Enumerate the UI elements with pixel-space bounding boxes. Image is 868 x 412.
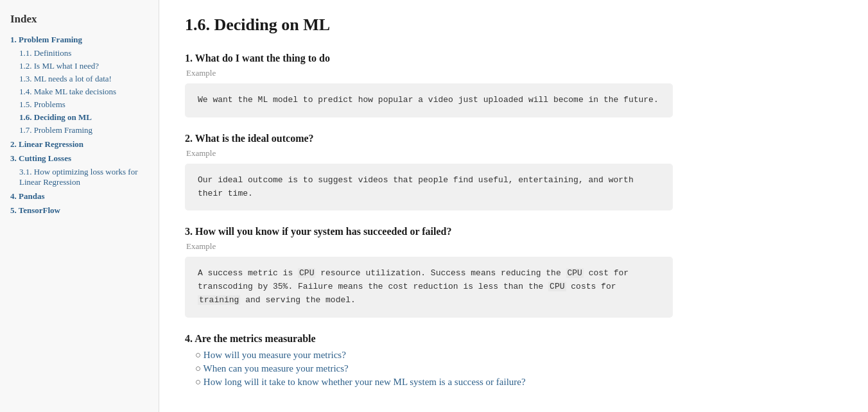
question-1: 1. What do I want the thing to do Exampl… <box>185 53 840 117</box>
sidebar-link-ml-decisions[interactable]: 1.4. Make ML take decisions <box>19 87 116 96</box>
q3-text: 3. How will you know if your system has … <box>185 226 840 237</box>
q4-sub-link-2[interactable]: When can you measure your metrics? <box>204 363 349 373</box>
question-3: 3. How will you know if your system has … <box>185 226 840 317</box>
q1-example-label: Example <box>186 68 840 78</box>
q3-code-block: A success metric is CPU resource utiliza… <box>185 257 673 317</box>
q1-text: 1. What do I want the thing to do <box>185 53 840 64</box>
page-title: 1.6. Deciding on ML <box>185 15 840 35</box>
q4-number: 4. <box>185 333 195 344</box>
q4-sub-list: How will you measure your metrics? When … <box>195 350 840 388</box>
sidebar-link-is-ml[interactable]: 1.2. Is ML what I need? <box>19 61 99 71</box>
q1-code-block: We want the ML model to predict how popu… <box>185 83 673 117</box>
sidebar-item-is-ml[interactable]: 1.2. Is ML what I need? <box>19 61 148 71</box>
q4-sub-link-3[interactable]: How long will it take to know whether yo… <box>204 377 526 387</box>
q3-number: 3. <box>185 226 195 237</box>
sidebar-item-tensorflow[interactable]: 5. TensorFlow <box>10 205 148 216</box>
q4-sub-item-1[interactable]: How will you measure your metrics? <box>195 350 840 361</box>
q2-code-block: Our ideal outcome is to suggest videos t… <box>185 164 673 211</box>
sidebar-item-problems[interactable]: 1.5. Problems <box>19 99 148 110</box>
sidebar-item-ml-decisions[interactable]: 1.4. Make ML take decisions <box>19 87 148 97</box>
q1-label: What do I want the thing to do <box>195 53 330 64</box>
q4-sub-item-3[interactable]: How long will it take to know whether yo… <box>195 377 840 388</box>
q4-label: Are the metrics measurable <box>195 333 316 344</box>
sidebar-item-ml-data[interactable]: 1.3. ML needs a lot of data! <box>19 74 148 84</box>
q4-text: 4. Are the metrics measurable <box>185 333 840 345</box>
sidebar-item-optimizing-loss[interactable]: 3.1. How optimizing loss works for Linea… <box>19 167 148 187</box>
sidebar-link-linear-regression[interactable]: 2. Linear Regression <box>10 139 83 149</box>
sidebar-item-pandas[interactable]: 4. Pandas <box>10 191 148 202</box>
sidebar-link-problems[interactable]: 1.5. Problems <box>19 99 65 109</box>
question-4: 4. Are the metrics measurable How will y… <box>185 333 840 388</box>
sidebar-item-deciding-on-ml[interactable]: 1.6. Deciding on ML <box>19 112 148 123</box>
q2-number: 2. <box>185 133 195 144</box>
sidebar-item-cutting-losses[interactable]: 3. Cutting Losses <box>10 153 148 164</box>
q2-text: 2. What is the ideal outcome? <box>185 133 840 144</box>
sidebar-item-problem-framing[interactable]: 1. Problem Framing <box>10 35 148 45</box>
q3-label: How will you know if your system has suc… <box>195 226 451 237</box>
sidebar-link-definitions[interactable]: 1.1. Definitions <box>19 48 71 58</box>
sidebar-item-linear-regression[interactable]: 2. Linear Regression <box>10 139 148 150</box>
sidebar-item-problem-framing-sub[interactable]: 1.7. Problem Framing <box>19 125 148 135</box>
q2-example-label: Example <box>186 148 840 159</box>
q1-number: 1. <box>185 53 195 64</box>
main-content: 1.6. Deciding on ML 1. What do I want th… <box>159 0 865 412</box>
sidebar-link-problem-framing[interactable]: 1. Problem Framing <box>10 35 82 44</box>
sidebar: Index 1. Problem Framing 1.1. Definition… <box>0 0 159 412</box>
q4-sub-link-1[interactable]: How will you measure your metrics? <box>204 350 346 360</box>
sidebar-link-tensorflow[interactable]: 5. TensorFlow <box>10 205 60 215</box>
question-2: 2. What is the ideal outcome? Example Ou… <box>185 133 840 211</box>
sidebar-item-definitions[interactable]: 1.1. Definitions <box>19 48 148 58</box>
q2-label: What is the ideal outcome? <box>195 133 314 144</box>
sidebar-link-cutting-losses[interactable]: 3. Cutting Losses <box>10 153 71 163</box>
sidebar-link-deciding-on-ml[interactable]: 1.6. Deciding on ML <box>19 112 92 122</box>
q4-sub-item-2[interactable]: When can you measure your metrics? <box>195 363 840 374</box>
sidebar-nav-list: 1. Problem Framing 1.1. Definitions 1.2.… <box>10 35 148 216</box>
sidebar-link-optimizing-loss[interactable]: 3.1. How optimizing loss works for Linea… <box>19 167 138 187</box>
sidebar-link-ml-data[interactable]: 1.3. ML needs a lot of data! <box>19 74 112 83</box>
q3-example-label: Example <box>186 241 840 252</box>
sidebar-title: Index <box>10 13 148 26</box>
sidebar-link-pandas[interactable]: 4. Pandas <box>10 191 44 201</box>
sidebar-link-problem-framing-sub[interactable]: 1.7. Problem Framing <box>19 125 92 135</box>
